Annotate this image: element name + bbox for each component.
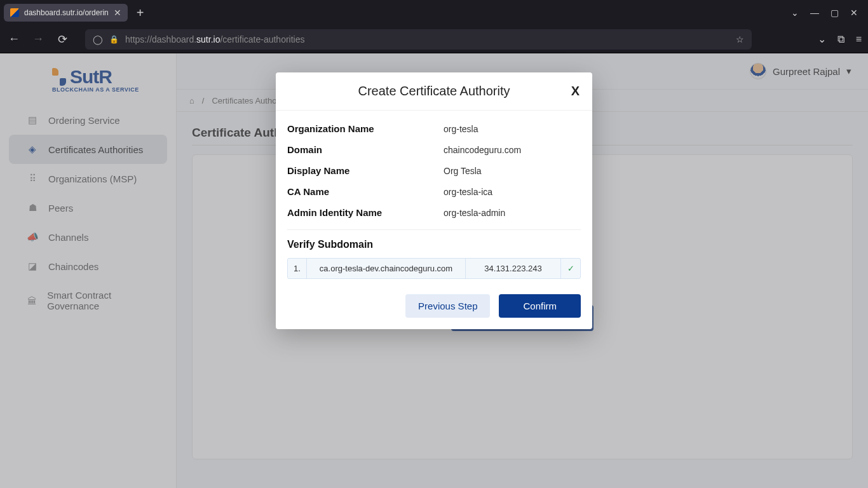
menu-icon[interactable]: ≡ [856,34,862,45]
field-value: org-tesla [444,124,478,134]
url-bar[interactable]: ◯ 🔒 https://dashboard.sutr.io/certificat… [85,29,752,50]
field-label: CA Name [287,186,444,197]
chevron-down-icon[interactable]: ⌄ [791,8,799,18]
new-tab-button[interactable]: + [128,6,153,20]
modal-body: Organization Name org-tesla Domain chain… [276,111,592,283]
subdomain-ip: 34.131.223.243 [466,259,561,278]
tab-favicon [10,8,19,17]
browser-tab[interactable]: dashboard.sutr.io/orderin ✕ [4,4,128,22]
divider [287,229,581,230]
browser-tab-strip: dashboard.sutr.io/orderin ✕ + ⌄ — ▢ ✕ [0,0,868,25]
lock-icon[interactable]: 🔒 [109,35,119,44]
window-controls: ⌄ — ▢ ✕ [785,8,864,18]
confirm-button[interactable]: Confirm [499,294,581,318]
modal-footer: Previous Step Confirm [276,283,592,329]
modal-close-button[interactable]: X [571,84,580,98]
field-value: chaincodeguru.com [444,145,521,155]
field-label: Organization Name [287,123,444,134]
pocket-icon[interactable]: ⌄ [818,33,826,45]
bookmark-icon[interactable]: ☆ [736,34,744,44]
field-admin-identity-name: Admin Identity Name org-tesla-admin [287,202,581,223]
app-page: SutR BLOCKCHAIN AS A SERVICE ▤ Ordering … [0,53,868,488]
field-organization-name: Organization Name org-tesla [287,118,581,139]
field-label: Domain [287,144,444,155]
field-value: org-tesla-ica [444,187,492,197]
check-icon: ✓ [561,259,580,278]
close-tab-icon[interactable]: ✕ [114,8,121,18]
field-ca-name: CA Name org-tesla-ica [287,181,581,202]
extensions-icon[interactable]: ⧉ [837,34,844,45]
field-label: Admin Identity Name [287,207,444,218]
modal-title: Create Certificate Authority [358,84,510,98]
modal-overlay[interactable]: Create Certificate Authority X Organizat… [0,53,868,488]
field-label: Display Name [287,165,444,176]
browser-toolbar: ← → ⟳ ◯ 🔒 https://dashboard.sutr.io/cert… [0,25,868,53]
field-value: Org Tesla [444,166,482,176]
reload-button[interactable]: ⟳ [55,32,70,46]
shield-icon[interactable]: ◯ [93,34,103,44]
modal-header: Create Certificate Authority X [276,72,592,111]
tab-title: dashboard.sutr.io/orderin [24,8,109,17]
field-domain: Domain chaincodeguru.com [287,139,581,160]
subdomain-index: 1. [288,259,307,278]
close-window-icon[interactable]: ✕ [850,8,858,18]
back-button[interactable]: ← [6,32,22,46]
field-display-name: Display Name Org Tesla [287,160,581,181]
previous-step-button[interactable]: Previous Step [405,294,490,318]
verify-subdomain-title: Verify Subdomain [287,239,581,250]
forward-button[interactable]: → [31,32,46,46]
subdomain-table: 1. ca.org-tesla-dev.chaincodeguru.com 34… [287,258,581,279]
create-ca-modal: Create Certificate Authority X Organizat… [276,72,592,329]
minimize-icon[interactable]: — [810,8,819,18]
subdomain-host: ca.org-tesla-dev.chaincodeguru.com [307,259,466,278]
url-text: https://dashboard.sutr.io/certificate-au… [125,34,729,44]
maximize-icon[interactable]: ▢ [831,8,839,18]
field-value: org-tesla-admin [444,208,505,218]
